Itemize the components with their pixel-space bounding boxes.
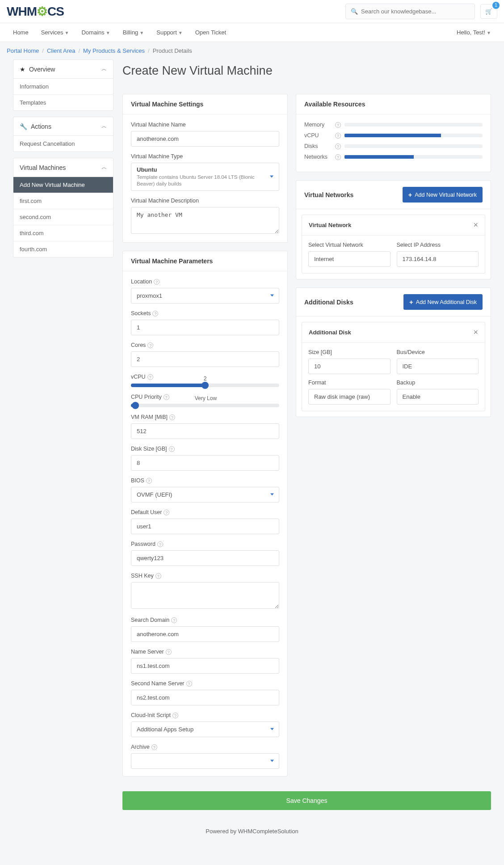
priority-text: Very Low — [195, 395, 217, 401]
vm-desc-textarea[interactable]: My another VM — [131, 207, 279, 234]
disk-bus-input[interactable] — [397, 359, 479, 374]
help-icon[interactable]: ? — [164, 510, 169, 515]
ssh-textarea[interactable] — [131, 582, 279, 609]
help-icon[interactable]: ? — [147, 342, 153, 348]
ram-input[interactable] — [131, 423, 279, 439]
sidebar-section-title: Virtual Machines — [20, 164, 66, 171]
sidebar-item[interactable]: first.com — [13, 193, 113, 209]
nav-item-open-ticket[interactable]: Open Ticket — [189, 23, 232, 42]
ns1-input[interactable] — [131, 658, 279, 674]
caret-down-icon: ▼ — [65, 30, 69, 35]
vcpu-slider[interactable]: 2 — [131, 384, 279, 387]
caret-down-icon: ▼ — [139, 30, 144, 35]
cart-button[interactable]: 🛒 1 — [480, 4, 497, 19]
user-menu[interactable]: Hello, Test!▼ — [450, 23, 497, 42]
archive-select[interactable] — [131, 753, 279, 769]
help-icon[interactable]: ? — [335, 154, 341, 160]
bios-select[interactable] — [131, 487, 279, 502]
disk-card-title: Additional Disk — [309, 329, 351, 336]
breadcrumb-item[interactable]: My Products & Services — [83, 47, 145, 54]
sidebar-overview-header[interactable]: ★Overview ︿ — [13, 60, 113, 79]
help-icon[interactable]: ? — [155, 573, 161, 579]
resource-row: Disks? — [304, 143, 483, 149]
search-box: 🔍 — [345, 4, 475, 19]
sidebar-item[interactable]: second.com — [13, 209, 113, 225]
close-icon[interactable]: × — [473, 328, 478, 337]
help-icon[interactable]: ? — [152, 311, 158, 316]
user-input[interactable] — [131, 519, 279, 534]
help-icon[interactable]: ? — [335, 133, 341, 139]
sidebar-item[interactable]: Information — [13, 79, 113, 95]
slider-thumb[interactable] — [202, 382, 209, 389]
help-icon[interactable]: ? — [164, 394, 169, 400]
vm-type-title: Ubuntu — [137, 166, 265, 173]
priority-slider[interactable] — [131, 404, 279, 407]
ssh-label: SSH Key? — [131, 573, 279, 579]
logo[interactable]: WHM⚙CS — [7, 4, 64, 19]
nav-item-domains[interactable]: Domains▼ — [75, 23, 116, 42]
help-icon[interactable]: ? — [169, 414, 175, 420]
disk-format-input[interactable] — [308, 389, 391, 405]
help-icon[interactable]: ? — [146, 478, 152, 484]
ns2-input[interactable] — [131, 690, 279, 705]
disk-label: Disk Size [GB]? — [131, 446, 279, 452]
cores-input[interactable] — [131, 351, 279, 367]
sockets-input[interactable] — [131, 320, 279, 335]
help-icon[interactable]: ? — [335, 143, 341, 149]
help-icon[interactable]: ? — [166, 649, 172, 655]
breadcrumb-item[interactable]: Portal Home — [7, 47, 39, 54]
sidebar-item[interactable]: Add New Virtual Machine — [13, 177, 113, 193]
save-button[interactable]: Save Changes — [122, 791, 491, 810]
add-network-button[interactable]: +Add New Virtual Network — [403, 187, 483, 203]
nav-item-services[interactable]: Services▼ — [35, 23, 76, 42]
search-input[interactable] — [345, 4, 475, 19]
password-input[interactable] — [131, 550, 279, 566]
cart-badge: 1 — [492, 2, 500, 9]
nav-item-support[interactable]: Support▼ — [150, 23, 189, 42]
disk-size-input[interactable] — [308, 359, 391, 374]
cloudinit-select[interactable] — [131, 722, 279, 737]
wrench-icon: 🔧 — [20, 123, 27, 130]
add-disk-button[interactable]: +Add New Additional Disk — [403, 294, 483, 310]
disk-backup-input[interactable] — [397, 389, 479, 405]
help-icon[interactable]: ? — [147, 374, 153, 380]
slider-thumb[interactable] — [132, 402, 139, 409]
sidebar-item[interactable]: fourth.com — [13, 241, 113, 257]
help-icon[interactable]: ? — [154, 279, 160, 285]
nav-item-billing[interactable]: Billing▼ — [117, 23, 151, 42]
close-icon[interactable]: × — [473, 220, 478, 230]
breadcrumb-item[interactable]: Client Area — [47, 47, 76, 54]
logo-text: CS — [47, 4, 64, 18]
vm-type-desc: Template contains Ubuntu Server 18.04 LT… — [137, 174, 265, 187]
vm-type-select[interactable]: Ubuntu Template contains Ubuntu Server 1… — [131, 163, 279, 191]
help-icon[interactable]: ? — [169, 446, 175, 452]
help-icon[interactable]: ? — [157, 541, 163, 547]
breadcrumb: Portal Home/Client Area/My Products & Se… — [0, 42, 504, 59]
location-label: Location? — [131, 278, 279, 285]
sidebar-item[interactable]: Templates — [13, 95, 113, 110]
vm-type-label: Virtual Machine Type — [131, 153, 279, 160]
resource-label: Networks — [304, 154, 333, 160]
archive-label: Archive? — [131, 744, 279, 750]
disk-backup-label: Backup — [397, 380, 479, 386]
nav-item-home[interactable]: Home — [7, 23, 35, 42]
sidebar-item[interactable]: third.com — [13, 225, 113, 241]
location-select[interactable] — [131, 288, 279, 304]
help-icon[interactable]: ? — [186, 681, 192, 687]
help-icon[interactable]: ? — [172, 713, 178, 718]
ns1-label: Name Server? — [131, 649, 279, 655]
sidebar-actions-header[interactable]: 🔧Actions ︿ — [13, 117, 113, 136]
search-domain-input[interactable] — [131, 626, 279, 642]
button-label: Add New Additional Disk — [416, 299, 477, 305]
help-icon[interactable]: ? — [151, 744, 157, 750]
help-icon[interactable]: ? — [171, 617, 177, 623]
disk-input[interactable] — [131, 455, 279, 471]
resource-bar — [344, 155, 483, 159]
sidebar-item[interactable]: Request Cancellation — [13, 136, 113, 152]
select-ip-input[interactable] — [397, 251, 479, 267]
help-icon[interactable]: ? — [335, 122, 341, 128]
vm-name-input[interactable] — [131, 131, 279, 147]
networks-header: Virtual Networks — [304, 191, 353, 198]
sidebar-vms-header[interactable]: Virtual Machines ︿ — [13, 158, 113, 177]
select-net-input[interactable] — [308, 251, 391, 267]
